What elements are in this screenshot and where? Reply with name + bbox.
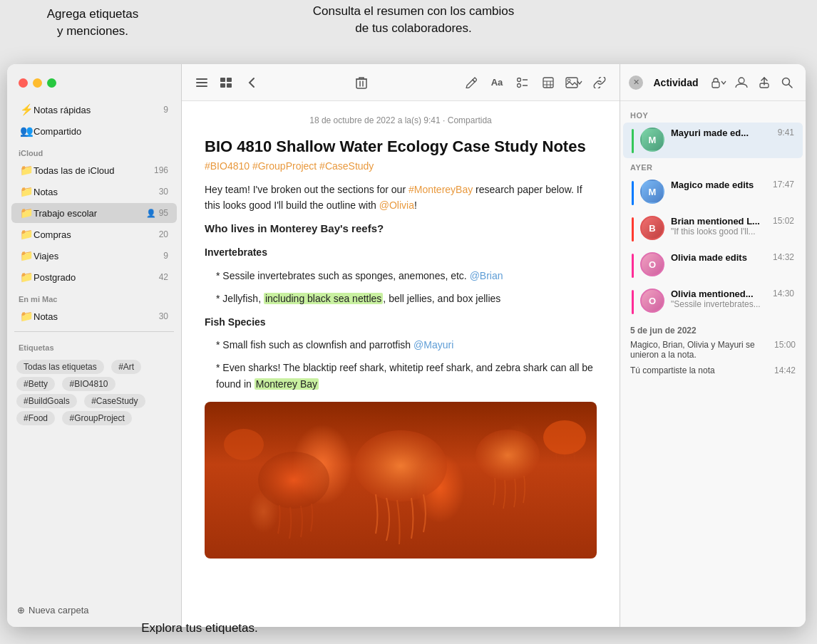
pink-bar bbox=[632, 254, 634, 278]
grid-view-button[interactable] bbox=[215, 71, 237, 94]
activity-item-brian[interactable]: B Brian mentioned L... "If this looks go… bbox=[623, 211, 803, 246]
sidebar-item-quick-notes[interactable]: ⚡ Notas rápidas 9 bbox=[11, 100, 177, 120]
svg-rect-2 bbox=[196, 85, 207, 87]
tag-art[interactable]: #Art bbox=[111, 360, 141, 374]
collab-icon-button[interactable] bbox=[731, 73, 751, 93]
sidebar-item-all-icloud[interactable]: 📁 Todas las de iCloud 196 bbox=[11, 160, 177, 180]
person-icon bbox=[735, 77, 748, 88]
lock-icon-button[interactable] bbox=[709, 73, 729, 93]
sidebar-mac-notas-count: 30 bbox=[159, 311, 168, 321]
activity-close-button[interactable]: ✕ bbox=[629, 76, 643, 90]
all-icloud-icon: 📁 bbox=[20, 164, 34, 177]
close-button[interactable] bbox=[19, 78, 28, 88]
svg-rect-24 bbox=[712, 82, 719, 88]
sidebar-trabajo-label: Trabajo escolar bbox=[34, 208, 146, 219]
date-event-2-text: Tú compartiste la nota bbox=[630, 365, 769, 375]
olivia-avatar-2: O bbox=[640, 289, 664, 313]
sidebar-item-viajes[interactable]: 📁 Viajes 9 bbox=[11, 246, 177, 266]
today-label: HOY bbox=[620, 107, 806, 122]
svg-rect-12 bbox=[543, 78, 553, 88]
activity-item-mayuri-today[interactable]: M Mayuri made ed... 9:41 bbox=[623, 123, 803, 158]
sidebar-item-mac-notas[interactable]: 📁 Notas 30 bbox=[11, 306, 177, 326]
format-button[interactable]: Aa bbox=[485, 71, 508, 94]
annotation-top-left: Agrega etiquetas y menciones. bbox=[0, 6, 185, 40]
trabajo-icon: 📁 bbox=[20, 207, 34, 219]
brian-name: Brian mentioned L... bbox=[671, 216, 766, 227]
sidebar-item-compras[interactable]: 📁 Compras 20 bbox=[11, 224, 177, 244]
svg-line-28 bbox=[789, 84, 793, 88]
magico-name: Magico made edits bbox=[671, 180, 766, 190]
tag-buildgoals[interactable]: #BuildGoals bbox=[16, 394, 77, 408]
sidebar-compras-label: Compras bbox=[34, 229, 159, 240]
mayuri-name: Mayuri made ed... bbox=[671, 128, 771, 138]
olivia-mention-info: Olivia mentioned... "Sessile invertebrat… bbox=[671, 289, 766, 309]
new-folder-button[interactable]: ⊕ Nueva carpeta bbox=[7, 599, 181, 621]
compose-button[interactable] bbox=[460, 71, 483, 94]
olivia-mention-preview: "Sessile invertebrates... bbox=[671, 299, 766, 309]
magico-avatar: M bbox=[640, 180, 664, 204]
bullet3: Small fish such as clownfish and parrotf… bbox=[205, 337, 597, 353]
sidebar-compras-count: 20 bbox=[159, 229, 168, 239]
pink-bar-2 bbox=[632, 290, 634, 314]
list-view-button[interactable] bbox=[190, 71, 213, 94]
lock-chevron-icon bbox=[721, 80, 726, 85]
checklist-button[interactable] bbox=[511, 71, 534, 94]
svg-rect-1 bbox=[196, 82, 207, 83]
traffic-lights bbox=[7, 71, 181, 99]
svg-rect-4 bbox=[227, 78, 232, 82]
svg-point-25 bbox=[739, 78, 744, 83]
compras-icon: 📁 bbox=[20, 228, 34, 241]
delete-button[interactable] bbox=[350, 71, 373, 94]
olivia-mention-time: 14:30 bbox=[773, 289, 794, 298]
table-button[interactable] bbox=[537, 71, 560, 94]
svg-point-20 bbox=[258, 452, 329, 509]
olivia-mention-name: Olivia mentioned... bbox=[671, 289, 766, 299]
sidebar-all-icloud-label: Todas las de iCloud bbox=[34, 165, 154, 176]
date-label: 5 de jun de 2022 bbox=[620, 320, 806, 337]
toolbar: Aa bbox=[182, 64, 620, 101]
svg-rect-3 bbox=[220, 78, 225, 82]
link-button[interactable] bbox=[588, 71, 611, 94]
activity-item-olivia-mention[interactable]: O Olivia mentioned... "Sessile invertebr… bbox=[623, 284, 803, 319]
svg-rect-0 bbox=[196, 78, 207, 80]
tag-betty[interactable]: #Betty bbox=[16, 377, 55, 391]
view-switcher bbox=[190, 71, 237, 94]
tag-groupproject[interactable]: #GroupProject bbox=[62, 411, 131, 425]
search-icon-button[interactable] bbox=[777, 73, 797, 93]
tag-casestudy[interactable]: #CaseStudy bbox=[84, 394, 145, 408]
sidebar-quick-notes-label: Notas rápidas bbox=[34, 105, 163, 115]
postgrado-icon: 📁 bbox=[20, 271, 34, 284]
svg-point-8 bbox=[518, 78, 521, 81]
fullscreen-button[interactable] bbox=[47, 78, 56, 88]
svg-point-22 bbox=[543, 420, 586, 455]
sidebar-item-trabajo[interactable]: 📁 Trabajo escolar 👤 95 bbox=[11, 203, 177, 223]
tag-food[interactable]: #Food bbox=[16, 411, 55, 425]
share-icon-button[interactable] bbox=[754, 73, 774, 93]
sidebar-mac-notas-label: Notas bbox=[34, 311, 159, 322]
media-button[interactable] bbox=[562, 71, 585, 94]
sidebar-all-icloud-count: 196 bbox=[154, 165, 168, 175]
brian-preview: "If this looks good I'll... bbox=[671, 227, 766, 237]
note-hashtags: #BIO4810 #GroupProject #CaseStudy bbox=[205, 160, 597, 172]
minimize-button[interactable] bbox=[33, 78, 42, 88]
link-icon bbox=[593, 77, 606, 88]
sidebar-item-notas[interactable]: 📁 Notas 30 bbox=[11, 182, 177, 202]
plus-icon: ⊕ bbox=[17, 605, 25, 616]
tag-bio4810[interactable]: #BIO4810 bbox=[62, 377, 115, 391]
back-button[interactable] bbox=[240, 71, 263, 94]
svg-point-19 bbox=[354, 430, 447, 502]
sidebar-item-postgrado[interactable]: 📁 Postgrado 42 bbox=[11, 267, 177, 287]
activity-item-olivia-edits[interactable]: O Olivia made edits 14:32 bbox=[623, 247, 803, 283]
date-event-2-time: 14:42 bbox=[774, 365, 796, 375]
activity-item-magico[interactable]: M Magico made edits 17:47 bbox=[623, 175, 803, 210]
svg-rect-6 bbox=[227, 83, 232, 88]
note-area[interactable]: 18 de octubre de 2022 a la(s) 9:41 · Com… bbox=[182, 101, 620, 627]
tag-all[interactable]: Todas las etiquetas bbox=[16, 360, 104, 374]
lock-icon bbox=[711, 77, 721, 88]
sidebar-shared-label: Compartido bbox=[34, 126, 168, 137]
share-icon bbox=[759, 77, 769, 88]
bullet4: Even sharks! The blacktip reef shark, wh… bbox=[205, 360, 597, 392]
sidebar-item-shared[interactable]: 👥 Compartido bbox=[11, 121, 177, 141]
magico-time: 17:47 bbox=[773, 180, 794, 189]
sidebar-notas-count: 30 bbox=[159, 187, 168, 197]
